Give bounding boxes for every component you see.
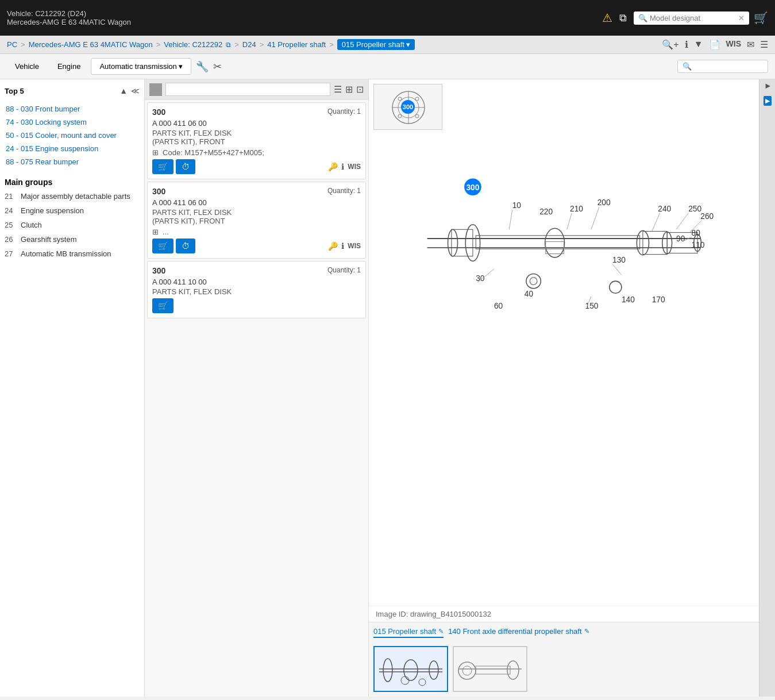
thumb-tab-015[interactable]: 015 Propeller shaft ✎	[373, 627, 444, 638]
svg-point-62	[458, 662, 476, 679]
model-search-input[interactable]	[650, 14, 736, 22]
right-panel-icon-1[interactable]: ◀	[764, 83, 771, 90]
svg-text:130: 130	[612, 256, 626, 264]
top5-label: Top 5	[5, 87, 24, 95]
part-2-info-icon[interactable]: ℹ	[341, 241, 344, 251]
main-diagram[interactable]: 300 250 260 240 200 210 220 10 80 110 90…	[369, 137, 759, 606]
tools-icon[interactable]: 🔧	[196, 60, 209, 73]
wis-icon[interactable]: WIS	[726, 39, 741, 50]
grid-icon-2: ⊞	[152, 228, 159, 236]
svg-text:140: 140	[622, 295, 635, 304]
thumbnail-strip: 015 Propeller shaft ✎ 140 Front axle dif…	[369, 622, 759, 697]
part-1-cart-btn[interactable]: 🛒	[152, 159, 173, 174]
sidebar-group-27[interactable]: 27 Automatic MB transmission	[0, 247, 144, 261]
thumb-tab-0-edit-icon[interactable]: ✎	[438, 628, 444, 635]
svg-point-63	[462, 666, 472, 675]
main-groups-label: Main groups	[0, 173, 144, 189]
part-item-1: 300 Quantity: 1 A 000 411 06 00 PARTS KI…	[147, 102, 366, 179]
top5-collapse-btn[interactable]: ▲	[119, 86, 128, 95]
group-label-24: Engine suspension	[21, 206, 84, 215]
thumb-tab-1-edit-icon[interactable]: ✎	[584, 628, 589, 635]
top5-item-3[interactable]: 50 - 015 Cooler, mount and cover	[5, 129, 140, 142]
tab-vehicle[interactable]: Vehicle	[7, 59, 47, 74]
small-thumbnail[interactable]: 300	[373, 84, 442, 130]
alert-icon[interactable]: ⚠	[602, 11, 612, 25]
top5-item-1[interactable]: 88 - 030 Front bumper	[5, 102, 140, 116]
svg-text:250: 250	[688, 205, 701, 213]
right-panel-icon-blue[interactable]: ▶	[764, 96, 772, 106]
part-1-clock-btn[interactable]: ⏱	[176, 159, 195, 174]
sidebar: Top 5 ▲ ≪ 88 - 030 Front bumper 74 - 030…	[0, 79, 145, 697]
svg-line-44	[676, 213, 688, 230]
top5-expand-btn[interactable]: ≪	[131, 86, 140, 95]
sidebar-group-24[interactable]: 24 Engine suspension	[0, 203, 144, 218]
color-swatch	[149, 83, 162, 96]
thumb-tab-140[interactable]: 140 Front axle differential propeller sh…	[448, 627, 589, 638]
document-icon[interactable]: 📄	[709, 39, 720, 50]
part-2-actions: 🛒 ⏱ 🔑 ℹ WIS	[152, 239, 361, 253]
top5-item-5[interactable]: 88 - 075 Rear bumper	[5, 155, 140, 168]
svg-rect-11	[476, 236, 639, 249]
thumb-img-inactive[interactable]	[453, 646, 527, 692]
part-2-wis-icon[interactable]: WIS	[348, 242, 361, 250]
wrench-icon[interactable]: ✂	[213, 60, 222, 73]
part-3-actions: 🛒	[152, 298, 361, 313]
top5-section: Top 5 ▲ ≪ 88 - 030 Front bumper 74 - 030…	[0, 79, 144, 173]
cart-button[interactable]: 🛒	[754, 11, 768, 25]
clear-search-icon[interactable]: ✕	[738, 14, 745, 22]
svg-line-51	[612, 264, 622, 275]
breadcrumb-active[interactable]: 015 Propeller shaft ▾	[337, 39, 415, 50]
svg-text:300: 300	[466, 183, 479, 192]
header-search: 🔍 ✕	[634, 11, 749, 25]
part-1-key-icon[interactable]: 🔑	[328, 162, 338, 171]
thumb-tabs: 015 Propeller shaft ✎ 140 Front axle dif…	[373, 627, 754, 638]
svg-point-23	[530, 278, 537, 285]
zoom-in-icon[interactable]: 🔍+	[662, 39, 678, 50]
thumb-img-active[interactable]	[373, 646, 448, 692]
part-1-id: A 000 411 06 00	[152, 119, 361, 128]
menu-icon[interactable]: ☰	[760, 39, 768, 50]
part-2-clock-btn[interactable]: ⏱	[176, 239, 195, 253]
mail-icon[interactable]: ✉	[747, 39, 754, 50]
parts-search-input[interactable]	[165, 83, 330, 96]
part-3-cart-btn[interactable]: 🛒	[152, 298, 173, 313]
sidebar-group-25[interactable]: 25 Clutch	[0, 218, 144, 232]
toolbar-search: 🔍	[677, 60, 768, 73]
part-1-info-btns: 🔑 ℹ WIS	[328, 162, 361, 171]
part-2-key-icon[interactable]: 🔑	[328, 241, 338, 251]
sidebar-group-26[interactable]: 26 Gearshift system	[0, 232, 144, 247]
part-1-wis-icon[interactable]: WIS	[348, 163, 361, 171]
copy-button[interactable]: ⧉	[617, 10, 629, 26]
svg-text:210: 210	[570, 205, 583, 213]
list-view-icon[interactable]: ☰	[334, 84, 342, 95]
part-2-cart-btn[interactable]: 🛒	[152, 239, 173, 253]
svg-point-14	[448, 229, 458, 256]
header-left: Vehicle: C212292 (D24) Mercedes-AMG E 63…	[7, 9, 131, 26]
part-1-info-icon[interactable]: ℹ	[341, 162, 344, 171]
tab-engine[interactable]: Engine	[49, 59, 88, 74]
group-label-21: Major assembly detachable parts	[21, 192, 130, 201]
top5-item-2[interactable]: 74 - 030 Locking system	[5, 116, 140, 129]
top5-item-4[interactable]: 24 - 015 Engine suspension	[5, 142, 140, 155]
top5-controls: ▲ ≪	[119, 86, 140, 95]
tab-automatic-transmission[interactable]: Automatic transmission ▾	[91, 58, 191, 75]
breadcrumb-41-propeller[interactable]: 41 Propeller shaft	[267, 40, 326, 49]
breadcrumb-pc[interactable]: PC	[7, 40, 17, 49]
svg-point-56	[383, 659, 392, 682]
breadcrumb-vehicle[interactable]: Vehicle: C212292	[164, 40, 222, 49]
svg-point-59	[401, 676, 409, 684]
part-item-2: 300 Quantity: 1 A 000 411 06 00 PARTS KI…	[147, 182, 366, 259]
svg-line-46	[652, 213, 660, 232]
camera-icon[interactable]: ⊡	[356, 84, 364, 95]
info-icon[interactable]: ℹ	[685, 39, 688, 50]
part-2-desc: PARTS KIT, FLEX DISK (PARTS KIT), FRONT	[152, 208, 361, 225]
breadcrumb-model[interactable]: Mercedes-AMG E 63 4MATIC Wagon	[29, 40, 153, 49]
breadcrumb-vehicle-copy-icon[interactable]: ⧉	[226, 41, 231, 49]
breadcrumb-d24[interactable]: D24	[242, 40, 256, 49]
svg-text:260: 260	[700, 212, 714, 221]
grid-view-icon[interactable]: ⊞	[345, 84, 353, 95]
filter-icon[interactable]: ▼	[694, 39, 703, 50]
sidebar-group-21[interactable]: 21 Major assembly detachable parts	[0, 189, 144, 203]
toolbar-search-input[interactable]	[694, 62, 763, 71]
part-1-number: 300	[152, 107, 165, 117]
